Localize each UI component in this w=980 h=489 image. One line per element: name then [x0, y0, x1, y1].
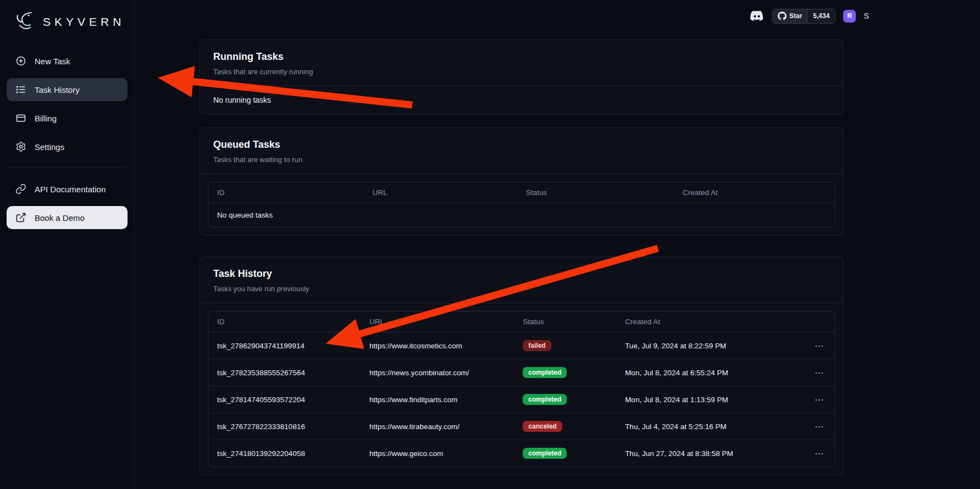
task-url-cell: https://www.tirabeauty.com/ — [361, 413, 514, 440]
task-history-card: Task History Tasks you have run previous… — [200, 257, 844, 475]
sidebar-item-api-documentation[interactable]: API Documentation — [7, 177, 128, 201]
main-content: Running Tasks Tasks that are currently r… — [200, 40, 844, 475]
skyvern-logo[interactable]: SKYVERN — [7, 5, 128, 49]
github-star-button[interactable]: Star — [773, 9, 807, 23]
column-header-url: URL — [361, 312, 514, 332]
list-icon — [15, 84, 26, 95]
task-created-cell: Thu, Jun 27, 2024 at 8:38:58 PM — [616, 440, 804, 467]
task-created-cell: Mon, Jul 8, 2024 at 1:13:59 PM — [616, 386, 804, 413]
sidebar-item-label: Book a Demo — [35, 213, 85, 223]
section-title: Queued Tasks — [213, 139, 830, 151]
status-badge: completed — [523, 394, 567, 405]
column-header-created-at: Created At — [674, 182, 835, 203]
sidebar-item-label: API Documentation — [35, 185, 106, 194]
queued-tasks-table: ID URL Status Created At No queued tasks — [208, 182, 835, 227]
row-menu-button[interactable]: ⋯ — [815, 368, 824, 378]
running-tasks-header: Running Tasks Tasks that are currently r… — [200, 40, 843, 86]
section-subtitle: Tasks that are currently running — [213, 68, 830, 76]
task-id-cell: tsk_278629043741199914 — [208, 332, 361, 359]
gear-icon — [15, 141, 26, 152]
status-badge: completed — [523, 367, 567, 378]
running-tasks-card: Running Tasks Tasks that are currently r… — [200, 40, 844, 114]
table-row[interactable]: tsk_274180139292204058 https://www.geico… — [208, 440, 835, 467]
queued-tasks-header: Queued Tasks Tasks that are waiting to r… — [200, 128, 843, 174]
status-badge: canceled — [523, 421, 562, 432]
column-header-status: Status — [514, 312, 616, 332]
table-header-row: ID URL Status Created At — [208, 312, 835, 332]
sidebar-item-billing[interactable]: Billing — [7, 107, 128, 130]
table-row[interactable]: tsk_276727822333810816 https://www.tirab… — [208, 413, 835, 440]
table-row[interactable]: tsk_278235388555267564 https://news.ycom… — [208, 359, 835, 386]
sidebar-item-label: New Task — [35, 57, 70, 66]
table-row[interactable]: tsk_278147405593572204 https://www.findi… — [208, 386, 835, 413]
github-star-widget[interactable]: Star 5,434 — [772, 9, 835, 24]
section-subtitle: Tasks you have run previously — [213, 285, 830, 293]
column-header-url: URL — [364, 182, 517, 203]
task-id-cell: tsk_278147405593572204 — [208, 386, 361, 413]
sidebar-item-settings[interactable]: Settings — [7, 135, 128, 158]
task-url-cell: https://www.itcosmetics.com — [361, 332, 514, 359]
task-created-cell: Mon, Jul 8, 2024 at 6:55:24 PM — [616, 359, 804, 386]
section-title: Task History — [213, 268, 830, 280]
brand-name: SKYVERN — [43, 15, 125, 29]
sidebar-divider — [9, 167, 125, 168]
status-badge: failed — [523, 340, 551, 351]
table-row[interactable]: tsk_278629043741199914 https://www.itcos… — [208, 332, 835, 359]
link-icon — [15, 184, 26, 195]
credit-card-icon — [15, 113, 26, 124]
task-id-cell: tsk_274180139292204058 — [208, 440, 361, 467]
table-header-row: ID URL Status Created At — [208, 182, 835, 203]
github-star-count[interactable]: 5,434 — [807, 9, 835, 23]
github-star-label: Star — [789, 12, 802, 20]
discord-icon[interactable] — [749, 8, 765, 24]
topbar: Star 5,434 R S — [749, 8, 869, 24]
sidebar-item-label: Task History — [35, 85, 80, 95]
clipped-topbar-text: S — [863, 12, 868, 20]
avatar[interactable]: R — [843, 10, 856, 23]
sidebar-item-task-history[interactable]: Task History — [7, 78, 128, 101]
github-icon — [778, 12, 787, 20]
queued-tasks-empty: No queued tasks — [208, 203, 835, 227]
task-url-cell: https://news.ycombinator.com/ — [361, 359, 514, 386]
task-history-table: ID URL Status Created At tsk_27862904374… — [208, 311, 835, 467]
column-header-status: Status — [517, 182, 674, 203]
section-subtitle: Tasks that are waiting to run — [213, 155, 830, 164]
task-id-cell: tsk_278235388555267564 — [208, 359, 361, 386]
task-created-cell: Thu, Jul 4, 2024 at 5:25:16 PM — [616, 413, 804, 440]
column-header-created-at: Created At — [616, 312, 804, 332]
app-root: { "brand": { "name": "SKYVERN" }, "sideb… — [0, 0, 980, 489]
book-a-demo-button[interactable]: Book a Demo — [7, 206, 128, 229]
row-menu-button[interactable]: ⋯ — [815, 448, 824, 459]
sidebar-item-new-task[interactable]: New Task — [7, 49, 128, 73]
queued-tasks-card: Queued Tasks Tasks that are waiting to r… — [200, 127, 844, 236]
task-url-cell: https://www.geico.com — [361, 440, 514, 467]
sidebar: SKYVERN New Task Task History Billing Se… — [0, 0, 135, 489]
plus-circle-icon — [15, 55, 26, 66]
status-badge: completed — [523, 448, 567, 459]
row-menu-button[interactable]: ⋯ — [815, 341, 824, 351]
section-title: Running Tasks — [213, 51, 830, 63]
column-header-id: ID — [208, 182, 364, 203]
task-history-header: Task History Tasks you have run previous… — [200, 257, 843, 303]
row-menu-button[interactable]: ⋯ — [815, 394, 824, 405]
sidebar-item-label: Settings — [35, 142, 64, 152]
skyvern-logo-icon — [13, 9, 37, 35]
column-header-id: ID — [208, 312, 361, 332]
task-created-cell: Tue, Jul 9, 2024 at 8:22:59 PM — [616, 332, 804, 359]
empty-row: No queued tasks — [208, 203, 835, 227]
column-header-actions — [804, 312, 835, 332]
task-url-cell: https://www.finditparts.com — [361, 386, 514, 413]
task-id-cell: tsk_276727822333810816 — [208, 413, 361, 440]
row-menu-button[interactable]: ⋯ — [815, 421, 824, 432]
sidebar-item-label: Billing — [35, 114, 57, 123]
external-link-icon — [15, 212, 26, 223]
running-tasks-empty: No running tasks — [200, 86, 843, 114]
